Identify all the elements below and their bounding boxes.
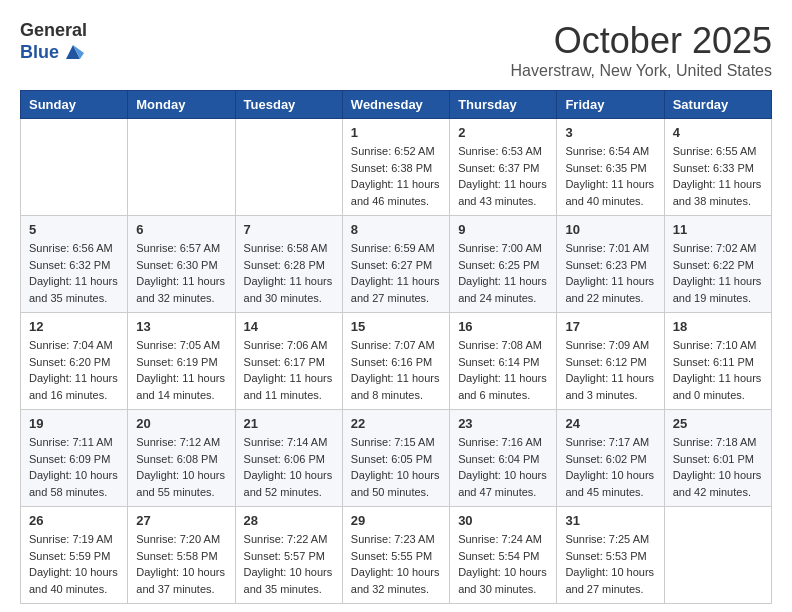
- day-number: 29: [351, 513, 441, 528]
- day-number: 16: [458, 319, 548, 334]
- week-row-4: 19Sunrise: 7:11 AMSunset: 6:09 PMDayligh…: [21, 410, 772, 507]
- day-number: 20: [136, 416, 226, 431]
- day-number: 8: [351, 222, 441, 237]
- calendar-cell: [235, 119, 342, 216]
- day-number: 14: [244, 319, 334, 334]
- day-number: 4: [673, 125, 763, 140]
- calendar-cell: 2Sunrise: 6:53 AMSunset: 6:37 PMDaylight…: [450, 119, 557, 216]
- day-number: 22: [351, 416, 441, 431]
- calendar-cell: [21, 119, 128, 216]
- calendar-table: SundayMondayTuesdayWednesdayThursdayFrid…: [20, 90, 772, 604]
- calendar-cell: 4Sunrise: 6:55 AMSunset: 6:33 PMDaylight…: [664, 119, 771, 216]
- title-block: October 2025 Haverstraw, New York, Unite…: [511, 20, 772, 80]
- day-number: 11: [673, 222, 763, 237]
- cell-info: Sunrise: 7:14 AMSunset: 6:06 PMDaylight:…: [244, 434, 334, 500]
- cell-info: Sunrise: 7:06 AMSunset: 6:17 PMDaylight:…: [244, 337, 334, 403]
- week-row-5: 26Sunrise: 7:19 AMSunset: 5:59 PMDayligh…: [21, 507, 772, 604]
- calendar-cell: 17Sunrise: 7:09 AMSunset: 6:12 PMDayligh…: [557, 313, 664, 410]
- cell-info: Sunrise: 7:15 AMSunset: 6:05 PMDaylight:…: [351, 434, 441, 500]
- week-row-1: 1Sunrise: 6:52 AMSunset: 6:38 PMDaylight…: [21, 119, 772, 216]
- calendar-cell: 24Sunrise: 7:17 AMSunset: 6:02 PMDayligh…: [557, 410, 664, 507]
- day-number: 25: [673, 416, 763, 431]
- logo-blue-text: Blue: [20, 42, 59, 63]
- day-number: 27: [136, 513, 226, 528]
- day-number: 9: [458, 222, 548, 237]
- calendar-cell: 13Sunrise: 7:05 AMSunset: 6:19 PMDayligh…: [128, 313, 235, 410]
- cell-info: Sunrise: 6:58 AMSunset: 6:28 PMDaylight:…: [244, 240, 334, 306]
- cell-info: Sunrise: 7:01 AMSunset: 6:23 PMDaylight:…: [565, 240, 655, 306]
- day-number: 2: [458, 125, 548, 140]
- cell-info: Sunrise: 7:12 AMSunset: 6:08 PMDaylight:…: [136, 434, 226, 500]
- day-number: 5: [29, 222, 119, 237]
- month-title: October 2025: [511, 20, 772, 62]
- logo-icon: [62, 41, 84, 63]
- calendar-cell: 30Sunrise: 7:24 AMSunset: 5:54 PMDayligh…: [450, 507, 557, 604]
- day-number: 13: [136, 319, 226, 334]
- day-number: 6: [136, 222, 226, 237]
- weekday-header-friday: Friday: [557, 91, 664, 119]
- week-row-2: 5Sunrise: 6:56 AMSunset: 6:32 PMDaylight…: [21, 216, 772, 313]
- day-number: 12: [29, 319, 119, 334]
- cell-info: Sunrise: 7:18 AMSunset: 6:01 PMDaylight:…: [673, 434, 763, 500]
- calendar-cell: [128, 119, 235, 216]
- calendar-cell: 15Sunrise: 7:07 AMSunset: 6:16 PMDayligh…: [342, 313, 449, 410]
- weekday-header-tuesday: Tuesday: [235, 91, 342, 119]
- cell-info: Sunrise: 7:20 AMSunset: 5:58 PMDaylight:…: [136, 531, 226, 597]
- calendar-cell: 26Sunrise: 7:19 AMSunset: 5:59 PMDayligh…: [21, 507, 128, 604]
- cell-info: Sunrise: 7:05 AMSunset: 6:19 PMDaylight:…: [136, 337, 226, 403]
- calendar-cell: 5Sunrise: 6:56 AMSunset: 6:32 PMDaylight…: [21, 216, 128, 313]
- cell-info: Sunrise: 6:52 AMSunset: 6:38 PMDaylight:…: [351, 143, 441, 209]
- cell-info: Sunrise: 6:53 AMSunset: 6:37 PMDaylight:…: [458, 143, 548, 209]
- calendar-cell: 19Sunrise: 7:11 AMSunset: 6:09 PMDayligh…: [21, 410, 128, 507]
- location-text: Haverstraw, New York, United States: [511, 62, 772, 80]
- logo-general-text: General: [20, 20, 87, 41]
- cell-info: Sunrise: 7:00 AMSunset: 6:25 PMDaylight:…: [458, 240, 548, 306]
- day-number: 30: [458, 513, 548, 528]
- cell-info: Sunrise: 7:04 AMSunset: 6:20 PMDaylight:…: [29, 337, 119, 403]
- calendar-cell: 12Sunrise: 7:04 AMSunset: 6:20 PMDayligh…: [21, 313, 128, 410]
- cell-info: Sunrise: 7:08 AMSunset: 6:14 PMDaylight:…: [458, 337, 548, 403]
- day-number: 19: [29, 416, 119, 431]
- logo: General Blue: [20, 20, 87, 63]
- cell-info: Sunrise: 7:22 AMSunset: 5:57 PMDaylight:…: [244, 531, 334, 597]
- day-number: 21: [244, 416, 334, 431]
- calendar-cell: 23Sunrise: 7:16 AMSunset: 6:04 PMDayligh…: [450, 410, 557, 507]
- weekday-header-sunday: Sunday: [21, 91, 128, 119]
- calendar-cell: 6Sunrise: 6:57 AMSunset: 6:30 PMDaylight…: [128, 216, 235, 313]
- cell-info: Sunrise: 6:56 AMSunset: 6:32 PMDaylight:…: [29, 240, 119, 306]
- cell-info: Sunrise: 7:25 AMSunset: 5:53 PMDaylight:…: [565, 531, 655, 597]
- day-number: 26: [29, 513, 119, 528]
- weekday-header-monday: Monday: [128, 91, 235, 119]
- weekday-header-saturday: Saturday: [664, 91, 771, 119]
- page-header: General Blue October 2025 Haverstraw, Ne…: [20, 20, 772, 80]
- calendar-cell: 9Sunrise: 7:00 AMSunset: 6:25 PMDaylight…: [450, 216, 557, 313]
- calendar-cell: 8Sunrise: 6:59 AMSunset: 6:27 PMDaylight…: [342, 216, 449, 313]
- cell-info: Sunrise: 7:24 AMSunset: 5:54 PMDaylight:…: [458, 531, 548, 597]
- calendar-cell: 25Sunrise: 7:18 AMSunset: 6:01 PMDayligh…: [664, 410, 771, 507]
- day-number: 23: [458, 416, 548, 431]
- calendar-cell: 20Sunrise: 7:12 AMSunset: 6:08 PMDayligh…: [128, 410, 235, 507]
- cell-info: Sunrise: 7:16 AMSunset: 6:04 PMDaylight:…: [458, 434, 548, 500]
- calendar-cell: 28Sunrise: 7:22 AMSunset: 5:57 PMDayligh…: [235, 507, 342, 604]
- day-number: 31: [565, 513, 655, 528]
- weekday-header-wednesday: Wednesday: [342, 91, 449, 119]
- weekday-header-thursday: Thursday: [450, 91, 557, 119]
- day-number: 3: [565, 125, 655, 140]
- day-number: 15: [351, 319, 441, 334]
- cell-info: Sunrise: 7:11 AMSunset: 6:09 PMDaylight:…: [29, 434, 119, 500]
- cell-info: Sunrise: 7:17 AMSunset: 6:02 PMDaylight:…: [565, 434, 655, 500]
- day-number: 10: [565, 222, 655, 237]
- cell-info: Sunrise: 7:19 AMSunset: 5:59 PMDaylight:…: [29, 531, 119, 597]
- calendar-cell: 1Sunrise: 6:52 AMSunset: 6:38 PMDaylight…: [342, 119, 449, 216]
- day-number: 18: [673, 319, 763, 334]
- calendar-cell: 31Sunrise: 7:25 AMSunset: 5:53 PMDayligh…: [557, 507, 664, 604]
- cell-info: Sunrise: 7:23 AMSunset: 5:55 PMDaylight:…: [351, 531, 441, 597]
- day-number: 24: [565, 416, 655, 431]
- calendar-cell: 21Sunrise: 7:14 AMSunset: 6:06 PMDayligh…: [235, 410, 342, 507]
- calendar-cell: 11Sunrise: 7:02 AMSunset: 6:22 PMDayligh…: [664, 216, 771, 313]
- calendar-cell: 29Sunrise: 7:23 AMSunset: 5:55 PMDayligh…: [342, 507, 449, 604]
- cell-info: Sunrise: 6:55 AMSunset: 6:33 PMDaylight:…: [673, 143, 763, 209]
- calendar-cell: 10Sunrise: 7:01 AMSunset: 6:23 PMDayligh…: [557, 216, 664, 313]
- calendar-cell: 3Sunrise: 6:54 AMSunset: 6:35 PMDaylight…: [557, 119, 664, 216]
- cell-info: Sunrise: 7:10 AMSunset: 6:11 PMDaylight:…: [673, 337, 763, 403]
